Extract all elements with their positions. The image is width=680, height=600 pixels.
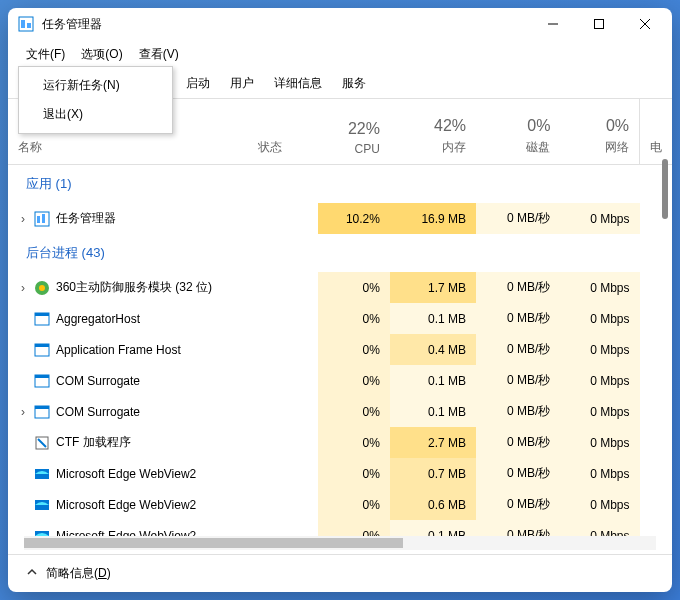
status-cell <box>248 365 318 396</box>
col-memory[interactable]: 42%内存 <box>390 99 476 165</box>
network-cell: 0 Mbps <box>560 272 639 303</box>
process-name: Microsoft Edge WebView2 <box>56 498 196 512</box>
process-row[interactable]: Application Frame Host0%0.4 MB0 MB/秒0 Mb… <box>8 334 672 365</box>
disk-cell: 0 MB/秒 <box>476 458 560 489</box>
app-icon <box>34 404 50 420</box>
close-button[interactable] <box>622 8 668 40</box>
process-row[interactable]: ›COM Surrogate0%0.1 MB0 MB/秒0 Mbps <box>8 396 672 427</box>
col-power[interactable]: 电 <box>640 99 673 165</box>
horizontal-scrollbar[interactable] <box>24 536 656 550</box>
svg-rect-8 <box>37 216 40 223</box>
status-cell <box>248 203 318 234</box>
memory-cell: 16.9 MB <box>390 203 476 234</box>
svg-rect-9 <box>42 214 45 223</box>
group-apps[interactable]: 应用 (1) <box>8 165 672 204</box>
content-area: 名称 状态 22%CPU 42%内存 0%磁盘 0%网络 电 应用 (1)›任务… <box>8 99 672 536</box>
hscroll-thumb[interactable] <box>24 538 403 548</box>
app-icon <box>34 342 50 358</box>
process-name: Application Frame Host <box>56 343 181 357</box>
maximize-button[interactable] <box>576 8 622 40</box>
memory-cell: 0.1 MB <box>390 520 476 536</box>
status-cell <box>248 334 318 365</box>
col-network[interactable]: 0%网络 <box>560 99 639 165</box>
process-row[interactable]: CTF 加载程序0%2.7 MB0 MB/秒0 Mbps <box>8 427 672 458</box>
memory-cell: 0.1 MB <box>390 303 476 334</box>
svg-rect-4 <box>595 20 604 29</box>
titlebar[interactable]: 任务管理器 <box>8 8 672 40</box>
menu-file[interactable]: 文件(F) <box>18 42 73 67</box>
memory-cell: 0.1 MB <box>390 396 476 427</box>
network-cell: 0 Mbps <box>560 520 639 536</box>
svg-point-11 <box>39 285 45 291</box>
process-row[interactable]: Microsoft Edge WebView20%0.6 MB0 MB/秒0 M… <box>8 489 672 520</box>
file-dropdown: 运行新任务(N) 退出(X) <box>18 66 173 134</box>
mem-label: 内存 <box>442 140 466 154</box>
expand-toggle[interactable]: › <box>18 281 28 295</box>
process-row[interactable]: Microsoft Edge WebView20%0.1 MB0 MB/秒0 M… <box>8 520 672 536</box>
cpu-cell: 0% <box>318 334 390 365</box>
process-name: Microsoft Edge WebView2 <box>56 529 196 537</box>
mem-total: 42% <box>400 117 466 135</box>
process-table: 名称 状态 22%CPU 42%内存 0%磁盘 0%网络 电 应用 (1)›任务… <box>8 99 672 536</box>
process-row[interactable]: AggregatorHost0%0.1 MB0 MB/秒0 Mbps <box>8 303 672 334</box>
memory-cell: 0.1 MB <box>390 365 476 396</box>
app-icon <box>18 16 34 32</box>
cpu-cell: 0% <box>318 396 390 427</box>
group-bg[interactable]: 后台进程 (43) <box>8 234 672 272</box>
disk-cell: 0 MB/秒 <box>476 489 560 520</box>
disk-cell: 0 MB/秒 <box>476 334 560 365</box>
tab-services[interactable]: 服务 <box>332 69 376 98</box>
360-icon <box>34 280 50 296</box>
network-cell: 0 Mbps <box>560 203 639 234</box>
menu-options[interactable]: 选项(O) <box>73 42 130 67</box>
cpu-cell: 0% <box>318 520 390 536</box>
tab-details[interactable]: 详细信息 <box>264 69 332 98</box>
expand-toggle[interactable]: › <box>18 405 28 419</box>
window-controls <box>530 8 668 40</box>
footer: 简略信息(D) <box>8 554 672 592</box>
tab-startup[interactable]: 启动 <box>176 69 220 98</box>
edge-icon <box>34 528 50 537</box>
network-cell: 0 Mbps <box>560 365 639 396</box>
process-name: AggregatorHost <box>56 312 140 326</box>
brief-info-link[interactable]: 简略信息(D) <box>46 565 111 582</box>
menu-exit[interactable]: 退出(X) <box>19 100 172 129</box>
col-status[interactable]: 状态 <box>248 99 318 165</box>
process-row[interactable]: Microsoft Edge WebView20%0.7 MB0 MB/秒0 M… <box>8 458 672 489</box>
col-cpu[interactable]: 22%CPU <box>318 99 390 165</box>
net-label: 网络 <box>605 140 629 154</box>
expand-toggle[interactable]: › <box>18 212 28 226</box>
app-icon <box>34 311 50 327</box>
menubar: 文件(F) 选项(O) 查看(V) 运行新任务(N) 退出(X) <box>8 40 672 69</box>
edge-icon <box>34 466 50 482</box>
col-disk[interactable]: 0%磁盘 <box>476 99 560 165</box>
menu-run-new-task[interactable]: 运行新任务(N) <box>19 71 172 100</box>
scroll-thumb[interactable] <box>662 159 668 219</box>
cpu-label: CPU <box>355 142 380 156</box>
process-name: COM Surrogate <box>56 374 140 388</box>
tab-users[interactable]: 用户 <box>220 69 264 98</box>
process-row[interactable]: COM Surrogate0%0.1 MB0 MB/秒0 Mbps <box>8 365 672 396</box>
status-cell <box>248 303 318 334</box>
group-label: 应用 (1) <box>8 165 672 204</box>
disk-total: 0% <box>486 117 550 135</box>
memory-cell: 0.6 MB <box>390 489 476 520</box>
vertical-scrollbar[interactable] <box>660 159 670 526</box>
process-row[interactable]: ›360主动防御服务模块 (32 位)0%1.7 MB0 MB/秒0 Mbps <box>8 272 672 303</box>
cpu-cell: 0% <box>318 458 390 489</box>
task-manager-window: 任务管理器 文件(F) 选项(O) 查看(V) 运行新任务(N) 退出(X) 启… <box>8 8 672 592</box>
chevron-up-icon[interactable] <box>26 566 38 581</box>
menu-view[interactable]: 查看(V) <box>131 42 187 67</box>
svg-rect-19 <box>35 406 49 409</box>
cpu-cell: 10.2% <box>318 203 390 234</box>
table-scroll[interactable]: 名称 状态 22%CPU 42%内存 0%磁盘 0%网络 电 应用 (1)›任务… <box>8 99 672 536</box>
status-cell <box>248 458 318 489</box>
minimize-button[interactable] <box>530 8 576 40</box>
process-name: COM Surrogate <box>56 405 140 419</box>
process-name: CTF 加载程序 <box>56 434 131 451</box>
process-row[interactable]: ›任务管理器10.2%16.9 MB0 MB/秒0 Mbps <box>8 203 672 234</box>
net-total: 0% <box>570 117 629 135</box>
status-cell <box>248 520 318 536</box>
cpu-cell: 0% <box>318 489 390 520</box>
status-cell <box>248 427 318 458</box>
